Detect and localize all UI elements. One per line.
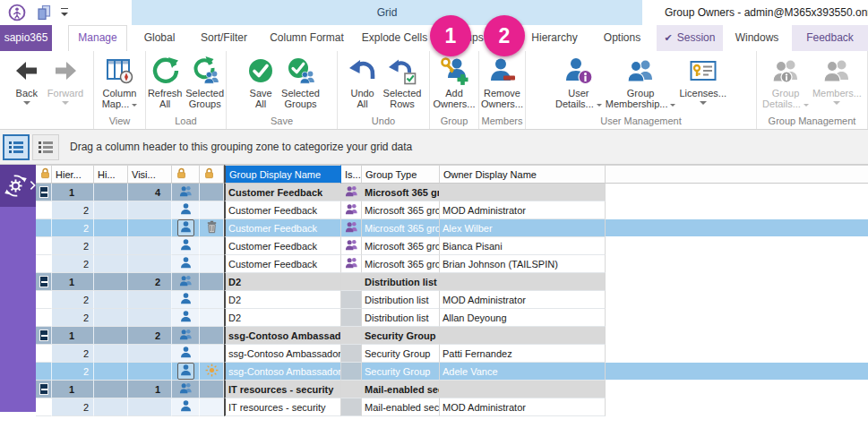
- column-header-lock[interactable]: [172, 165, 200, 184]
- ribbon-button-label: Members...: [812, 88, 862, 98]
- tab-column-format[interactable]: Column Format: [264, 25, 349, 51]
- new-item-sun-icon: [205, 364, 219, 379]
- grouped-view-button[interactable]: [3, 134, 30, 160]
- user-details-button[interactable]: UserDetails...: [554, 55, 604, 111]
- tab-manage[interactable]: Manage: [68, 25, 127, 51]
- cell: Microsoft 365 group: [362, 201, 440, 219]
- add-owners-icon: [440, 56, 468, 85]
- table-row[interactable]: 2Customer FeedbackMicrosoft 365 groupBri…: [36, 255, 868, 273]
- selected-rows-button[interactable]: SelectedRows: [382, 55, 424, 111]
- table-row[interactable]: 2Customer FeedbackMicrosoft 365 groupMOD…: [36, 201, 868, 219]
- ribbon-group-label: Group Management: [769, 115, 856, 129]
- m365-group-icon: [345, 220, 358, 235]
- column-header-lock[interactable]: [36, 165, 52, 184]
- column-header-group-type[interactable]: Group Type: [362, 165, 440, 184]
- ribbon-group-label: User Management: [600, 115, 682, 129]
- tab-sort-filter[interactable]: Sort/Filter: [190, 25, 258, 51]
- sidebar-settings-button[interactable]: [0, 165, 36, 207]
- cell: [128, 345, 172, 363]
- collapse-button[interactable]: [39, 276, 48, 287]
- tab-windows[interactable]: Windows: [727, 25, 786, 51]
- group-header-row[interactable]: 12ssg-Contoso AmbassadorsSecurity Group: [36, 327, 868, 345]
- flat-view-button[interactable]: [32, 134, 59, 160]
- column-header-lock[interactable]: [200, 165, 224, 184]
- save-all-button[interactable]: SaveAll: [242, 55, 279, 111]
- table-row[interactable]: 2D2Distribution listMOD Administrator: [36, 291, 868, 309]
- tab-label: Column Format: [270, 31, 344, 44]
- column-map-button[interactable]: ColumnMap...: [100, 55, 140, 111]
- dropdown-caret-icon: [23, 101, 30, 105]
- save-selected-icon: [287, 56, 315, 85]
- cell: [606, 309, 868, 327]
- cell: ssg-Contoso Ambassadors: [224, 363, 341, 381]
- cell: Customer Feedback: [224, 255, 341, 273]
- group-header-row[interactable]: 11IT resources - securityMail-enabled se…: [36, 381, 868, 398]
- selected-user-icon-box: [177, 363, 194, 380]
- tab-feedback[interactable]: Feedback: [792, 25, 868, 51]
- licenses-button[interactable]: Licenses...: [677, 55, 728, 107]
- tab-session[interactable]: ✔Session: [657, 25, 723, 51]
- grouping-zone-hint: Drag a column header to this grouping zo…: [70, 141, 412, 153]
- tab-options[interactable]: Options: [593, 25, 651, 51]
- collapse-button[interactable]: [39, 186, 48, 198]
- cell: [172, 237, 200, 255]
- table-row[interactable]: 2Customer FeedbackMicrosoft 365 groupAle…: [36, 219, 868, 237]
- cell: [128, 219, 172, 237]
- forward-arrow-icon: [51, 56, 80, 85]
- table-row[interactable]: 2IT resources - securityMail-enabled sec…: [36, 398, 868, 416]
- tab-label: Hierarchy: [531, 31, 577, 44]
- app-logo-icon[interactable]: [7, 3, 26, 21]
- group-header-row[interactable]: 14Customer FeedbackMicrosoft 365 group: [36, 184, 868, 201]
- qat-customize-icon[interactable]: [61, 8, 68, 17]
- back-button[interactable]: Back: [8, 55, 46, 107]
- annotation-badge-2: 2: [484, 15, 525, 56]
- table-row[interactable]: 2Customer FeedbackMicrosoft 365 groupBia…: [36, 237, 868, 255]
- column-header-is[interactable]: Is...: [341, 165, 362, 184]
- cell: [94, 398, 128, 416]
- column-header-label: Hi...: [98, 169, 116, 180]
- table-row[interactable]: 2ssg-Contoso AmbassadorsSecurity GroupPa…: [36, 345, 868, 363]
- group-header-row[interactable]: 12D2Distribution list: [36, 273, 868, 291]
- collapse-button[interactable]: [39, 330, 48, 341]
- column-header-lock[interactable]: [606, 165, 868, 184]
- tab-label: Manage: [78, 31, 116, 44]
- user-icon: [179, 256, 193, 271]
- table-row[interactable]: 2D2Distribution listAllan Deyoung: [36, 309, 868, 327]
- cell: [94, 219, 128, 237]
- dropdown-caret-icon: [597, 104, 602, 107]
- cell: [341, 273, 362, 291]
- table-row[interactable]: 2ssg-Contoso AmbassadorsSecurity GroupAd…: [36, 363, 868, 381]
- tab-explode-cells[interactable]: Explode Cells: [356, 25, 434, 51]
- user-details-icon: [564, 56, 593, 85]
- dropdown-caret-icon: [670, 104, 675, 107]
- undo-all-button[interactable]: UndoAll: [344, 55, 382, 111]
- add-owners-button[interactable]: AddOwners...: [431, 55, 477, 111]
- cell: Security Group: [362, 363, 440, 381]
- column-header-visi[interactable]: Visi...: [128, 165, 172, 184]
- cell: [200, 327, 224, 345]
- column-header-hier[interactable]: Hier...: [52, 165, 94, 184]
- remove-owners-button[interactable]: RemoveOwners...: [479, 55, 525, 111]
- selected-groups-button[interactable]: SelectedGroups: [279, 55, 322, 111]
- ribbon: BackForwardColumnMap...ViewRefreshAllSel…: [0, 51, 868, 130]
- selected-groups-button[interactable]: SelectedGroups: [184, 55, 226, 111]
- collapse-button[interactable]: [39, 383, 48, 395]
- cell: [172, 184, 200, 201]
- licenses-icon: [689, 56, 718, 85]
- group-membership-button[interactable]: GroupMembership...: [604, 55, 678, 111]
- column-header-hi[interactable]: Hi...: [94, 165, 128, 184]
- tab-label: Session: [677, 31, 716, 44]
- tab-global[interactable]: Global: [135, 25, 184, 51]
- tab-hierarchy[interactable]: Hierarchy: [520, 25, 589, 51]
- column-header-owner-display-name[interactable]: Owner Display Name: [440, 165, 606, 184]
- ribbon-button-label: SelectedGroups: [281, 88, 320, 109]
- cell: D2: [224, 309, 341, 327]
- tab-label: Feedback: [806, 31, 854, 44]
- refresh-all-button[interactable]: RefreshAll: [146, 55, 184, 111]
- duplicate-window-icon[interactable]: [34, 3, 53, 21]
- refresh-selected-icon: [191, 56, 219, 85]
- cell: [36, 184, 52, 201]
- column-header-group-display-name[interactable]: Group Display Name: [224, 165, 341, 184]
- cell: [341, 309, 362, 327]
- tab-sapio365[interactable]: sapio365: [0, 25, 52, 51]
